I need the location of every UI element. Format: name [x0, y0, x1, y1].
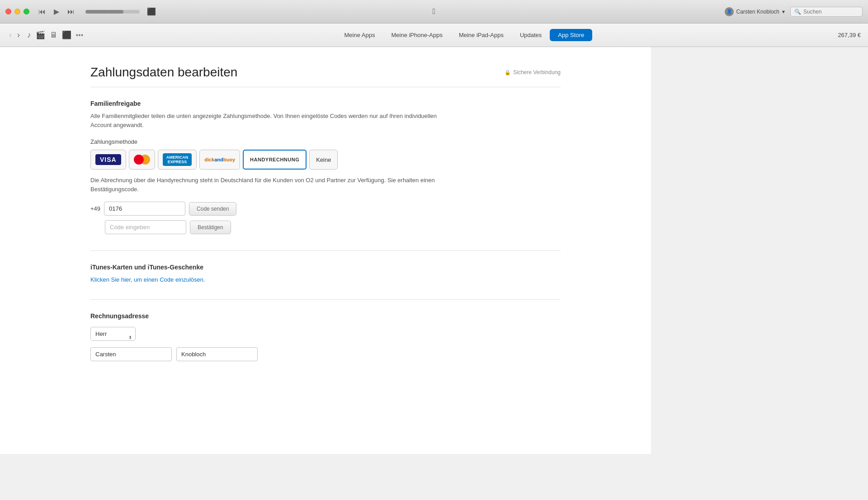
back-button[interactable]: ‹ [7, 29, 14, 41]
code-senden-button[interactable]: Code senden [189, 202, 236, 216]
familienfreigabe-desc: Alle Familienmitglieder teilen die unten… [90, 112, 443, 129]
keine-button[interactable]: Keine [309, 150, 338, 170]
rechnungsadresse-section: Rechnungsadresse Herr Frau [90, 312, 561, 361]
dickandbuoy-card[interactable]: dickandbuoy [199, 150, 240, 170]
familienfreigabe-title: Familienfreigabe [90, 100, 561, 107]
play-button[interactable]: ▶ [52, 6, 61, 17]
code-eingeben-input[interactable] [105, 220, 186, 234]
phone-number-input[interactable] [104, 202, 185, 216]
name-row [90, 347, 561, 361]
page-title-row: Zahlungsdaten bearbeiten 🔒 Sichere Verbi… [90, 65, 561, 80]
handyrechnung-desc: Die Abrechnung über die Handyrechnung st… [90, 176, 443, 193]
traffic-lights [5, 9, 29, 14]
phone-input-row: +49 Code senden [90, 202, 561, 216]
dropdown-arrow: ▾ [782, 9, 785, 15]
dickandbuoy-label: dickandbuoy [204, 157, 235, 162]
zahlungsmethode-label: Zahlungsmethode [90, 138, 561, 145]
amex-card[interactable]: AMERICANEXPRESS [158, 150, 197, 170]
forward-button[interactable]: › [15, 29, 22, 41]
progress-fill [85, 10, 123, 14]
itunes-karten-section: iTunes-Karten und iTunes-Geschenke Klick… [90, 264, 561, 283]
titlebar-right: 👤 Carsten Knobloch ▾ 🔍 [725, 7, 863, 17]
toolbar-icons: ♪ 🎬 🖥 ⬛ ••• [27, 30, 83, 40]
search-box[interactable]: 🔍 [790, 7, 863, 17]
anrede-select[interactable]: Herr Frau [90, 327, 136, 341]
redeem-link[interactable]: Klicken Sie hier, um einen Code einzulös… [90, 276, 205, 283]
titlebar: ⏮ ▶ ⏭ ⬛  👤 Carsten Knobloch ▾ 🔍 [0, 0, 868, 24]
user-icon: 👤 [725, 7, 734, 16]
balance-label: 267,39 € [838, 32, 861, 38]
secure-connection: 🔒 Sichere Verbindung [505, 69, 561, 75]
zahlungsmethode-section: Zahlungsmethode VISA AMERICANEXPRESS dic… [90, 138, 561, 234]
maximize-button[interactable] [24, 9, 29, 14]
rechnungsadresse-title: Rechnungsadresse [90, 312, 561, 320]
lock-icon: 🔒 [505, 70, 511, 75]
toolbar: ‹ › ♪ 🎬 🖥 ⬛ ••• Meine Apps Meine iPhone-… [0, 24, 868, 47]
toolbar-nav: Meine Apps Meine iPhone-Apps Meine iPad-… [90, 29, 838, 41]
visa-label: VISA [95, 154, 121, 165]
device-icon[interactable]: 🖥 [50, 31, 57, 40]
movie-icon[interactable]: 🎬 [36, 30, 45, 40]
title-divider [90, 87, 561, 87]
main-content: Zahlungsdaten bearbeiten 🔒 Sichere Verbi… [0, 47, 651, 454]
appstore-icon[interactable]: ⬛ [62, 30, 71, 40]
nav-meine-ipad-apps[interactable]: Meine iPad-Apps [451, 29, 512, 41]
handyrechnung-button[interactable]: HANDYRECHNUNG [243, 150, 307, 170]
amex-label: AMERICANEXPRESS [163, 153, 192, 166]
search-icon: 🔍 [794, 9, 801, 15]
titlebar-controls: ⏮ ▶ ⏭ ⬛ [37, 6, 156, 17]
airplay-button[interactable]: ⬛ [147, 7, 156, 16]
section-divider-2 [90, 299, 561, 300]
nav-meine-apps[interactable]: Meine Apps [336, 29, 383, 41]
section-divider-1 [90, 250, 561, 251]
minimize-button[interactable] [14, 9, 20, 14]
user-badge[interactable]: 👤 Carsten Knobloch ▾ [725, 7, 785, 16]
music-icon[interactable]: ♪ [27, 31, 31, 40]
progress-bar[interactable] [85, 10, 140, 14]
payment-options: VISA AMERICANEXPRESS dickandbuoy HANDYRE… [90, 150, 561, 170]
familienfreigabe-section: Familienfreigabe Alle Familienmitglieder… [90, 100, 561, 129]
fast-forward-button[interactable]: ⏭ [66, 7, 76, 17]
apple-logo:  [433, 7, 436, 16]
more-button[interactable]: ••• [76, 31, 84, 39]
rewind-button[interactable]: ⏮ [37, 7, 47, 17]
search-input[interactable] [803, 9, 859, 15]
visa-card[interactable]: VISA [90, 150, 126, 170]
close-button[interactable] [5, 9, 11, 14]
phone-prefix: +49 [90, 205, 100, 212]
nav-updates[interactable]: Updates [512, 29, 550, 41]
nav-arrows: ‹ › [7, 29, 22, 41]
itunes-karten-title: iTunes-Karten und iTunes-Geschenke [90, 264, 561, 271]
bestaetigen-button[interactable]: Bestätigen [190, 221, 231, 234]
mc-red-circle [134, 155, 144, 165]
mastercard-card[interactable] [129, 150, 155, 170]
nachname-input[interactable] [176, 347, 258, 361]
secure-label: Sichere Verbindung [513, 69, 561, 75]
vorname-input[interactable] [90, 347, 172, 361]
nav-meine-iphone-apps[interactable]: Meine iPhone-Apps [383, 29, 450, 41]
mastercard-logo [134, 155, 150, 165]
code-eingeben-row: Bestätigen [90, 220, 561, 234]
anrede-wrapper: Herr Frau [90, 327, 136, 347]
nav-app-store[interactable]: App Store [550, 29, 592, 41]
page-title: Zahlungsdaten bearbeiten [90, 65, 237, 80]
username-label: Carsten Knobloch [736, 9, 779, 15]
